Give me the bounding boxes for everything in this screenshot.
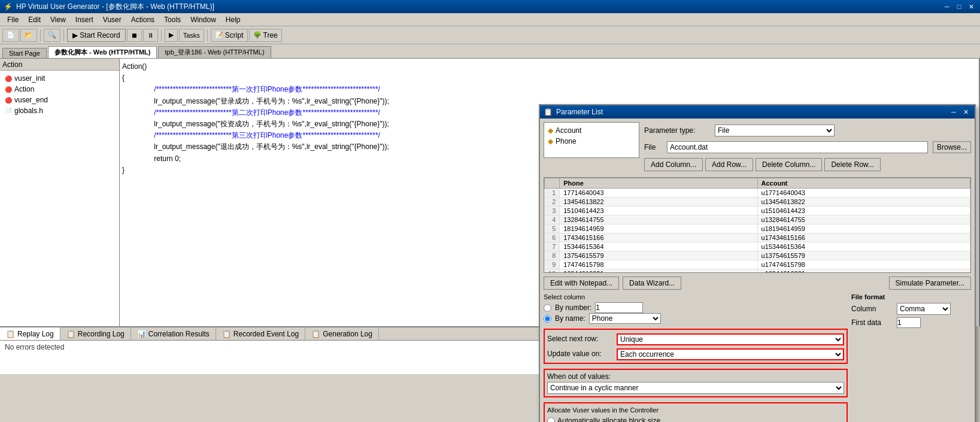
script-button[interactable]: 📝 Script [211, 29, 248, 42]
new-button[interactable]: 📄 [2, 29, 19, 42]
when-out-label: When out of values: [547, 372, 611, 381]
dialog-title-bar: 📋 Parameter List ─ ✕ [540, 105, 975, 119]
tab-parameterize[interactable]: 参数化脚本 - Web (HTTP/HTML) [48, 46, 157, 58]
delete-column-button[interactable]: Delete Column... [756, 158, 822, 171]
when-out-select[interactable]: Continue in a cyclic manner Abort Vuser … [547, 382, 844, 394]
update-value-row: Update value on: Each occurrence Each it… [547, 347, 844, 360]
menu-tools[interactable]: Tools [159, 14, 186, 25]
tab-login[interactable]: tpb_登录186 - Web (HTTP/HTML) [158, 46, 271, 58]
dialog-title-buttons[interactable]: ─ ✕ [948, 107, 971, 117]
file-input[interactable] [667, 141, 928, 153]
toolbar-separator-1 [40, 29, 41, 41]
close-button[interactable]: ✕ [966, 2, 976, 11]
parameter-list-dialog: 📋 Parameter List ─ ✕ ◆ Account [539, 104, 976, 422]
tree-button[interactable]: 🌳 Tree [249, 29, 282, 42]
dialog-close-btn[interactable]: ✕ [960, 107, 971, 117]
pause-button[interactable]: ⏸ [143, 29, 158, 42]
account-label: Account [556, 126, 581, 135]
maximize-button[interactable]: □ [954, 2, 964, 11]
tab-generation-log[interactable]: 📋 Generation Log [305, 327, 379, 340]
add-column-button[interactable]: Add Column... [644, 158, 703, 171]
app-title: HP Virtual User Generator - [参数化脚本 - Web… [16, 2, 214, 12]
auto-allocate-row: Automatically allocate block size [547, 417, 844, 422]
browse-button[interactable]: Browse... [933, 141, 971, 153]
tree-account[interactable]: ◆ Account [547, 125, 636, 136]
first-data-input[interactable] [897, 317, 921, 328]
dialog-tree: ◆ Account ◆ Phone [544, 122, 639, 158]
bottom-content: No errors detected [0, 341, 539, 354]
tab-start-page[interactable]: Start Page [2, 48, 47, 58]
action-icon: 🔴 [5, 86, 12, 93]
add-row-button[interactable]: Add Row... [705, 158, 753, 171]
open-button[interactable]: 📂 [20, 29, 37, 42]
delete-row-button[interactable]: Delete Row... [824, 158, 880, 171]
tab-recorded-event[interactable]: 📋 Recorded Event Log [216, 327, 305, 340]
tree-phone[interactable]: ◆ Phone [547, 136, 636, 147]
select-column-section: Select column By number: By name: Phone … [544, 293, 848, 324]
auto-allocate-radio[interactable] [547, 417, 555, 423]
bottom-panel: 📋 Replay Log 📋 Recording Log 📊 Correlati… [0, 326, 539, 374]
tree-action[interactable]: 🔴 Action [2, 84, 117, 95]
minimize-button[interactable]: ─ [942, 2, 952, 11]
code-header: Action() [122, 61, 976, 72]
tab-replay-log[interactable]: 📋 Replay Log [0, 327, 60, 340]
globals-icon: 📄 [5, 108, 12, 114]
tree-vuser-end[interactable]: 🔴 vuser_end [2, 95, 117, 105]
stop-record-button[interactable]: ⏹ [127, 29, 142, 42]
table-row: 518194614959u18194614959 [545, 224, 970, 233]
data-wizard-button[interactable]: Data Wizard... [623, 277, 681, 290]
file-format-section: File format Column Comma Tab Space First… [851, 293, 971, 422]
file-row: File Browse... [644, 141, 971, 153]
data-table: Phone Account 117714640043u1771464004321… [544, 178, 970, 273]
by-number-radio[interactable] [544, 304, 551, 312]
select-next-row-label: Select next row: [547, 335, 613, 343]
phone-label: Phone [556, 137, 577, 145]
globals-label: globals.h [14, 107, 43, 115]
phone-icon: ◆ [548, 137, 553, 145]
column-format-select[interactable]: Comma Tab Space [897, 303, 951, 315]
dialog-title-text: 📋 Parameter List [544, 108, 603, 116]
tasks-button[interactable]: Tasks [179, 29, 204, 42]
update-value-select[interactable]: Each occurrence Each iteration Once [617, 348, 844, 360]
vuser-end-label: vuser_end [14, 96, 48, 104]
allocate-section-label: Allocate Vuser values in the Controller [547, 406, 659, 414]
menu-vuser[interactable]: Vuser [98, 14, 126, 25]
recording-log-icon: 📋 [66, 330, 75, 338]
menu-help[interactable]: Help [221, 14, 245, 25]
update-value-label: Update value on: [547, 350, 613, 358]
simulate-button[interactable]: Simulate Parameter... [889, 277, 971, 290]
col-header-phone: Phone [560, 178, 757, 189]
allocate-section: Allocate Vuser values in the Controller … [544, 402, 848, 422]
menu-file[interactable]: File [2, 14, 23, 25]
param-type-row: Parameter type: File Random Number Uniqu… [644, 122, 971, 139]
by-name-row: By name: Phone Account [544, 313, 848, 324]
menu-insert[interactable]: Insert [71, 14, 98, 25]
menu-edit[interactable]: Edit [23, 14, 45, 25]
col-header-account: Account [757, 178, 970, 189]
title-bar-controls[interactable]: ─ □ ✕ [942, 2, 976, 11]
action-label-tree: Action [14, 85, 34, 93]
run-button[interactable]: ▶ [165, 29, 178, 42]
start-record-button[interactable]: ▶ Start Record [67, 29, 126, 42]
param-type-select[interactable]: File Random Number Unique Number [715, 125, 835, 136]
table-row: 315104614423u15104614423 [545, 207, 970, 215]
tab-recording-log[interactable]: 📋 Recording Log [60, 327, 131, 340]
menu-view[interactable]: View [45, 14, 71, 25]
search-button[interactable]: 🔍 [44, 29, 60, 42]
by-name-radio[interactable] [544, 315, 551, 323]
tree-globals[interactable]: 📄 globals.h [2, 105, 117, 116]
tab-correlation-results[interactable]: 📊 Correlation Results [131, 327, 216, 340]
edit-notepad-button[interactable]: Edit with Notepad... [544, 277, 619, 290]
no-errors-text: No errors detected [5, 343, 64, 351]
by-name-select[interactable]: Phone Account [589, 313, 661, 324]
menu-window[interactable]: Window [186, 14, 221, 25]
replay-log-icon: 📋 [6, 330, 15, 338]
dialog-icon: 📋 [544, 108, 553, 116]
by-number-input[interactable] [595, 302, 643, 313]
tree-vuser-init[interactable]: 🔴 vuser_init [2, 73, 117, 84]
menu-actions[interactable]: Actions [126, 14, 159, 25]
dialog-minimize-btn[interactable]: ─ [948, 107, 959, 117]
select-next-row-select[interactable]: Unique Sequential Random [617, 333, 844, 345]
table-row: 813754615579u13754615579 [545, 251, 970, 260]
first-data-row: First data [851, 317, 971, 328]
